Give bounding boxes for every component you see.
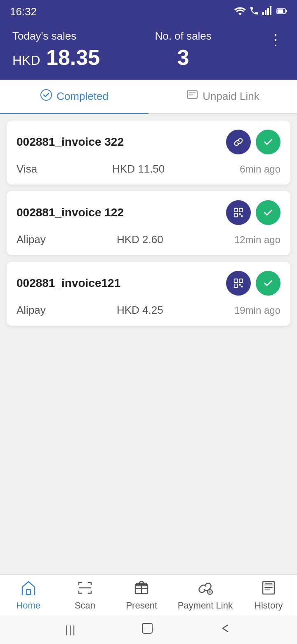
completed-icon xyxy=(40,89,52,104)
svg-rect-18 xyxy=(241,286,243,288)
invoice-actions-2 xyxy=(226,200,280,225)
bottom-nav: Home Scan Present xyxy=(0,574,297,615)
qr-button-2[interactable] xyxy=(226,200,251,225)
recents-button[interactable]: ||| xyxy=(65,623,76,636)
sales-amount: 18.35 xyxy=(46,45,100,69)
check-button-1[interactable] xyxy=(256,130,280,154)
tab-completed-label: Completed xyxy=(57,90,108,103)
invoice-time-1: 6min ago xyxy=(240,163,280,175)
svg-rect-0 xyxy=(262,12,264,15)
invoice-amount-3: HKD 4.25 xyxy=(117,304,163,317)
invoice-time-3: 19min ago xyxy=(234,305,280,316)
nav-payment-link-label: Payment Link xyxy=(178,600,233,611)
no-of-sales-value: 3 xyxy=(177,45,189,70)
svg-rect-9 xyxy=(234,208,238,212)
todays-sales-label: Today's sales xyxy=(12,30,100,43)
svg-rect-13 xyxy=(241,215,243,217)
invoice-card-3: 002881_invoice121 xyxy=(7,262,290,326)
svg-rect-2 xyxy=(267,8,269,15)
invoice-method-2: Alipay xyxy=(16,233,46,246)
nav-present[interactable]: Present xyxy=(121,580,162,611)
svg-rect-16 xyxy=(234,284,238,287)
signal-icon xyxy=(262,6,273,17)
svg-rect-27 xyxy=(142,623,152,633)
check-button-3[interactable] xyxy=(256,271,280,296)
wifi-icon xyxy=(234,6,246,17)
home-button[interactable] xyxy=(141,622,154,638)
svg-rect-1 xyxy=(265,10,266,15)
todays-sales-section: Today's sales HKD 18.35 xyxy=(12,30,100,70)
nav-home[interactable]: Home xyxy=(8,580,49,611)
invoice-amount-2: HKD 2.60 xyxy=(117,233,163,246)
qr-button-3[interactable] xyxy=(226,271,251,296)
nav-history[interactable]: History xyxy=(248,580,289,611)
header: Today's sales HKD 18.35 No. of sales 3 ⋮ xyxy=(0,23,297,80)
invoice-actions-1 xyxy=(226,130,280,154)
invoice-id-1: 002881_invoice 322 xyxy=(16,135,124,149)
check-button-2[interactable] xyxy=(256,200,280,225)
svg-rect-3 xyxy=(270,6,271,15)
invoice-method-1: Visa xyxy=(16,163,37,175)
status-bar: 16:32 xyxy=(0,0,297,23)
scan-icon xyxy=(77,580,93,598)
battery-icon xyxy=(276,7,287,17)
more-options-button[interactable]: ⋮ xyxy=(266,30,285,50)
link-button-1[interactable] xyxy=(226,130,251,154)
tab-unpaid-link-label: Unpaid Link xyxy=(203,90,259,103)
svg-rect-19 xyxy=(26,590,31,594)
invoice-list: 002881_invoice 322 Visa HKD 11.50 6min xyxy=(0,114,297,453)
nav-present-label: Present xyxy=(126,600,157,611)
call-icon xyxy=(249,6,259,18)
payment-link-icon xyxy=(197,580,213,598)
present-icon xyxy=(134,580,149,598)
status-time: 16:32 xyxy=(10,5,37,18)
invoice-actions-3 xyxy=(226,271,280,296)
invoice-card-1: 002881_invoice 322 Visa HKD 11.50 6min xyxy=(7,121,290,185)
tabs: Completed Unpaid Link xyxy=(0,80,297,114)
invoice-amount-1: HKD 11.50 xyxy=(112,163,165,175)
no-of-sales-section: No. of sales 3 xyxy=(155,30,211,70)
svg-point-7 xyxy=(41,90,52,100)
currency-label: HKD xyxy=(12,53,40,68)
svg-rect-11 xyxy=(234,213,238,217)
svg-rect-14 xyxy=(234,279,238,282)
unpaid-link-icon xyxy=(186,89,198,104)
tab-completed[interactable]: Completed xyxy=(0,80,148,113)
invoice-method-3: Alipay xyxy=(16,304,46,317)
svg-rect-5 xyxy=(278,9,283,13)
svg-rect-10 xyxy=(239,208,243,212)
nav-scan-label: Scan xyxy=(75,600,95,611)
svg-rect-17 xyxy=(239,284,241,286)
tab-unpaid-link[interactable]: Unpaid Link xyxy=(148,80,297,113)
back-button[interactable] xyxy=(219,622,232,638)
invoice-time-2: 12min ago xyxy=(234,234,280,246)
svg-rect-15 xyxy=(239,279,243,282)
invoice-id-2: 002881_invoice 122 xyxy=(16,206,124,219)
home-icon xyxy=(21,580,36,598)
status-icons xyxy=(234,6,287,18)
invoice-id-3: 002881_invoice121 xyxy=(16,277,120,290)
invoice-card-2: 002881_invoice 122 xyxy=(7,191,290,255)
history-icon xyxy=(261,580,276,598)
todays-sales-value: HKD 18.35 xyxy=(12,45,100,70)
android-nav-bar: ||| xyxy=(0,615,297,644)
svg-rect-12 xyxy=(239,213,241,215)
nav-history-label: History xyxy=(255,600,283,611)
svg-rect-6 xyxy=(286,10,287,12)
nav-home-label: Home xyxy=(16,600,40,611)
no-of-sales-label: No. of sales xyxy=(155,30,211,43)
nav-scan[interactable]: Scan xyxy=(64,580,106,611)
nav-payment-link[interactable]: Payment Link xyxy=(178,580,233,611)
